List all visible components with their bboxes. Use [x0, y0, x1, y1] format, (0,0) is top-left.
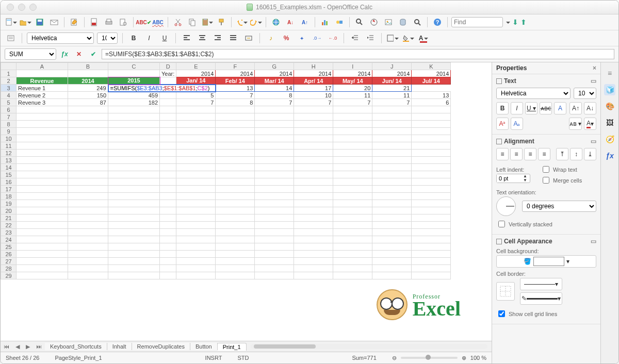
currency-button[interactable]: ♪: [265, 32, 277, 44]
vstack-check[interactable]: Vertically stacked: [496, 219, 596, 229]
border-style-thick[interactable]: ✎ ▾: [520, 292, 562, 305]
panel-bold-button[interactable]: B: [496, 102, 509, 114]
help-button[interactable]: ?: [431, 16, 444, 28]
zoom-slider[interactable]: [401, 357, 458, 359]
zoom-window[interactable]: [29, 4, 37, 11]
col-G[interactable]: G: [255, 63, 294, 70]
print-button[interactable]: [103, 16, 115, 28]
panel-valign-top[interactable]: ⤒: [556, 148, 568, 160]
formula-input[interactable]: =SUMIFS($E3:$AB3;$E$1:$AB$1;C$2): [102, 49, 614, 59]
sort-desc-button[interactable]: A↑: [299, 16, 311, 28]
preview-button[interactable]: [117, 16, 129, 28]
underline-button[interactable]: U: [158, 32, 171, 44]
open-button[interactable]: [19, 16, 31, 28]
sidebar-styles-icon[interactable]: 🎨: [604, 101, 615, 112]
tab-next-button[interactable]: ▶: [23, 343, 33, 350]
merge-cells-check[interactable]: Merge cells: [541, 175, 582, 185]
font-name-select[interactable]: Helvetica: [27, 32, 94, 44]
export-pdf-button[interactable]: [88, 16, 101, 28]
gallery-button[interactable]: [382, 16, 395, 28]
dec-indent-button[interactable]: [349, 32, 361, 44]
editing-cell[interactable]: =SUMIFS($E3:$AB3;$E$1:$AB$1;C$2): [108, 85, 216, 92]
panel-underline-button[interactable]: U ▾: [525, 102, 537, 114]
name-box[interactable]: SUM: [5, 48, 56, 60]
panel-strike-button[interactable]: ᴀʙᴄ: [540, 102, 552, 114]
gridlines-check[interactable]: Show cell grid lines: [496, 309, 596, 319]
sidebar-functions-icon[interactable]: ƒx: [604, 150, 615, 161]
panel-size-select[interactable]: 10: [574, 88, 596, 99]
sidebar-settings-icon[interactable]: ≡: [604, 68, 615, 79]
function-wizard-button[interactable]: ƒx: [58, 48, 71, 60]
number-std-button[interactable]: ✦: [296, 32, 308, 44]
accept-button[interactable]: ✔: [87, 48, 100, 60]
find-replace-button[interactable]: [353, 16, 366, 28]
border-preset[interactable]: [496, 282, 515, 301]
wrap-text-check[interactable]: Wrap text: [541, 164, 582, 174]
format-paint-button[interactable]: [215, 16, 227, 28]
styles-button[interactable]: [5, 32, 17, 44]
orientation-dial[interactable]: [496, 196, 516, 216]
fontcolor-button[interactable]: A: [417, 32, 430, 44]
panel-super-button[interactable]: Aᵃ: [496, 118, 509, 130]
sidebar-gallery-icon[interactable]: 🖼: [604, 117, 615, 128]
cut-button[interactable]: [172, 16, 184, 28]
align-center-button[interactable]: [196, 32, 208, 44]
indent-spinner[interactable]: ▲▼: [496, 174, 530, 183]
align-right-button[interactable]: [211, 32, 224, 44]
show-draw-button[interactable]: [333, 16, 346, 28]
orientation-select[interactable]: 0 degrees: [522, 201, 596, 212]
minimize-window[interactable]: [18, 4, 25, 11]
navigator-button[interactable]: [368, 16, 380, 28]
autospell-button[interactable]: ABC: [152, 16, 164, 28]
sheet-tab[interactable]: Button: [190, 343, 218, 350]
panel-sub-button[interactable]: Aₐ: [511, 118, 523, 130]
copy-button[interactable]: [186, 16, 199, 28]
zoom-in-button[interactable]: ⊕: [462, 355, 466, 361]
percent-button[interactable]: %: [280, 32, 292, 44]
panel-shrink-button[interactable]: A↓: [584, 102, 596, 114]
hyperlink-button[interactable]: [270, 16, 282, 28]
panel-align-center[interactable]: ≡: [510, 148, 523, 160]
panel-align-right[interactable]: ≡: [524, 148, 536, 160]
sort-asc-button[interactable]: A↓: [284, 16, 297, 28]
zoom-out-button[interactable]: ⊖: [392, 355, 397, 361]
col-B[interactable]: B: [68, 63, 108, 70]
bold-button[interactable]: B: [127, 32, 140, 44]
font-size-select[interactable]: 10: [97, 32, 118, 44]
merge-cells-button[interactable]: [242, 32, 255, 44]
col-H[interactable]: H: [294, 63, 333, 70]
grid[interactable]: A B C D E F G H I J K: [1, 62, 492, 341]
find-prev-button[interactable]: ⬆: [520, 18, 527, 26]
panel-align-justify[interactable]: ≡: [538, 148, 550, 160]
del-decimal-button[interactable]: ←.0: [327, 32, 339, 44]
zoom-button[interactable]: [411, 16, 423, 28]
col-D[interactable]: D: [160, 63, 176, 70]
cancel-button[interactable]: ✕: [73, 48, 85, 60]
inc-indent-button[interactable]: [364, 32, 377, 44]
col-I[interactable]: I: [333, 63, 372, 70]
email-button[interactable]: [48, 16, 60, 28]
tab-first-button[interactable]: ⏮: [1, 343, 12, 350]
find-next-button[interactable]: ⬇: [512, 18, 518, 26]
edit-doc-button[interactable]: [68, 16, 80, 28]
italic-button[interactable]: I: [143, 32, 155, 44]
col-A[interactable]: A: [17, 63, 68, 70]
save-button[interactable]: [34, 16, 46, 28]
col-F[interactable]: F: [216, 63, 255, 70]
paste-button[interactable]: [201, 16, 213, 28]
sheet-tab-active[interactable]: Print_1: [218, 343, 247, 351]
insert-mode[interactable]: INSRT: [205, 355, 222, 361]
panel-valign-bot[interactable]: ⤓: [584, 148, 596, 160]
panel-valign-mid[interactable]: ↕: [570, 148, 582, 160]
find-dropdown[interactable]: [506, 20, 510, 25]
col-header-row[interactable]: A B C D E F G H I J K: [1, 63, 451, 70]
zoom-control[interactable]: ⊖ ⊕ 100 %: [392, 355, 486, 361]
sheet-tab[interactable]: Keyboard_Shortcuts: [45, 343, 107, 350]
border-style-thin[interactable]: ▾: [520, 278, 562, 290]
new-doc-button[interactable]: [5, 16, 17, 28]
panel-fontcolor-button[interactable]: A ▾: [584, 118, 596, 130]
align-justify-button[interactable]: [227, 32, 239, 44]
datasources-button[interactable]: [397, 16, 409, 28]
borders-button[interactable]: [386, 32, 399, 44]
tab-prev-button[interactable]: ◀: [12, 343, 23, 350]
